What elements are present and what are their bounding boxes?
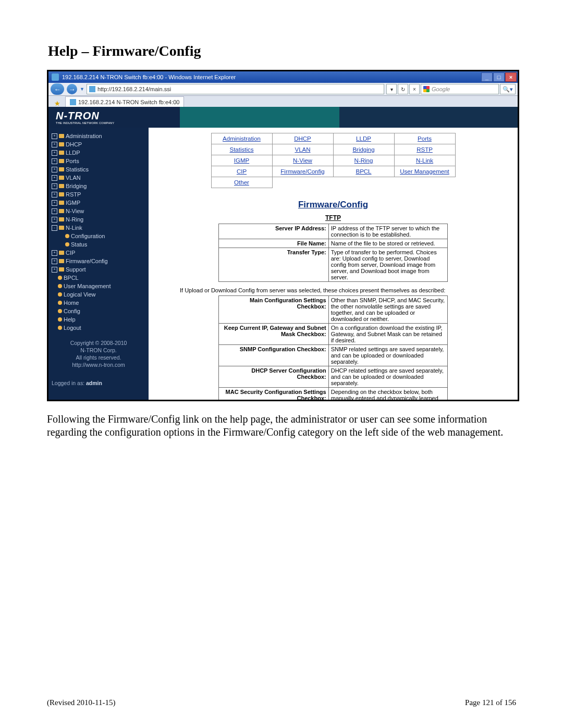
sidebar-item[interactable]: +N-View (52, 207, 145, 215)
expand-icon[interactable]: + (52, 250, 57, 256)
help-link[interactable]: RSTP (394, 144, 455, 155)
folder-icon (59, 192, 64, 196)
forward-button[interactable]: → (67, 84, 77, 94)
sidebar-item-label: N-Link (66, 224, 82, 232)
sidebar-item[interactable]: Help (52, 315, 145, 324)
expand-icon[interactable]: + (52, 142, 57, 147)
body-paragraph: Following the Firmware/Config link on th… (47, 413, 516, 439)
sidebar-footer: Copyright © 2008-2010N-TRON Corp.All rig… (52, 339, 145, 368)
refresh-button[interactable]: ↻ (398, 84, 408, 94)
folder-icon (59, 167, 64, 171)
page-icon (70, 99, 76, 105)
folder-icon (59, 151, 64, 155)
sidebar-item[interactable]: +DHCP (52, 140, 145, 149)
ntron-link[interactable]: http://www.n-tron.com (72, 362, 125, 368)
compat-button[interactable]: ▾ (386, 84, 397, 94)
sidebar-item[interactable]: -N-Link (52, 224, 145, 232)
field-desc: IP address of the TFTP server to which t… (328, 224, 447, 239)
expand-icon[interactable]: + (52, 258, 57, 264)
choices-table: Main Configuration Settings Checkbox:Oth… (218, 295, 448, 400)
expand-icon[interactable]: + (52, 150, 57, 156)
google-icon (423, 86, 430, 92)
folder-icon (59, 259, 64, 263)
page-number: Page 121 of 156 (465, 698, 516, 707)
close-button[interactable]: × (505, 72, 517, 82)
help-link[interactable]: Bridging (333, 144, 394, 155)
sidebar-tree: +Administration+DHCP+LLDP+Ports+Statisti… (48, 128, 149, 400)
sidebar-item[interactable]: +CIP (52, 249, 145, 257)
expand-icon[interactable]: + (52, 200, 57, 206)
url-text: http://192.168.2.214/main.ssi (97, 86, 171, 92)
sidebar-item[interactable]: BPCL (52, 274, 145, 282)
help-link[interactable]: N-View (272, 155, 333, 166)
expand-icon[interactable]: + (52, 158, 57, 164)
sidebar-item[interactable]: User Management (52, 282, 145, 290)
search-go-button[interactable]: 🔍▾ (500, 84, 516, 94)
window-title: 192.168.2.214 N-TRON Switch fb:e4:00 - W… (62, 74, 236, 80)
sidebar-item[interactable]: Status (52, 240, 145, 249)
help-link[interactable]: BPCL (333, 166, 394, 177)
expand-icon[interactable]: + (52, 267, 57, 273)
help-link[interactable]: Other (211, 177, 272, 188)
folder-icon (59, 209, 64, 213)
sidebar-item[interactable]: +Support (52, 265, 145, 274)
help-link[interactable]: DHCP (272, 133, 333, 144)
field-label: Main Configuration Settings Checkbox: (219, 296, 329, 324)
minimize-button[interactable]: _ (481, 72, 493, 82)
ntron-logo: N-TRON (56, 110, 115, 122)
folder-icon (59, 134, 64, 138)
favorites-icon[interactable]: ★ (52, 100, 63, 107)
sidebar-item[interactable]: +LLDP (52, 149, 145, 157)
sidebar-item[interactable]: +Statistics (52, 165, 145, 174)
sidebar-item-label: Bridging (66, 182, 87, 190)
expand-icon[interactable]: + (52, 133, 57, 139)
logged-in-status: Logged in as: admin (52, 379, 145, 387)
help-link[interactable]: N-Link (394, 155, 455, 166)
expand-icon[interactable]: + (52, 208, 57, 214)
sidebar-item[interactable]: +Firmware/Config (52, 257, 145, 265)
sidebar-item[interactable]: +VLAN (52, 174, 145, 182)
expand-icon[interactable]: + (52, 192, 57, 198)
search-box[interactable]: Google (421, 84, 499, 94)
expand-icon[interactable]: + (52, 175, 57, 181)
sidebar-item[interactable]: +RSTP (52, 190, 145, 199)
sidebar-item[interactable]: Logout (52, 324, 145, 332)
help-link[interactable]: VLAN (272, 144, 333, 155)
help-link[interactable]: Administration (211, 133, 272, 144)
sidebar-item[interactable]: Home (52, 299, 145, 307)
screenshot: 192.168.2.214 N-TRON Switch fb:e4:00 - W… (47, 70, 519, 401)
sidebar-item[interactable]: +IGMP (52, 199, 145, 207)
help-link[interactable]: LLDP (333, 133, 394, 144)
help-link[interactable]: CIP (211, 166, 272, 177)
page-icon (58, 276, 62, 280)
expand-icon[interactable]: + (52, 183, 57, 189)
help-link[interactable]: N-Ring (333, 155, 394, 166)
help-link[interactable]: User Management (394, 166, 455, 177)
sidebar-item[interactable]: +Ports (52, 157, 145, 165)
url-input[interactable]: http://192.168.2.214/main.ssi (87, 84, 384, 94)
help-link[interactable]: Ports (394, 133, 455, 144)
section-heading: Firmware/Config (180, 200, 486, 210)
expand-icon[interactable]: + (52, 217, 57, 223)
expand-icon[interactable]: + (52, 167, 57, 172)
stop-button[interactable]: × (409, 84, 420, 94)
sidebar-item[interactable]: Logical View (52, 290, 145, 299)
sidebar-item[interactable]: +N-Ring (52, 215, 145, 224)
maximize-button[interactable]: □ (493, 72, 505, 82)
sidebar-item[interactable]: Config (52, 307, 145, 315)
field-desc: Type of transfer to be performed. Choice… (328, 248, 447, 282)
choices-note: If Upload or Download Config from server… (180, 287, 486, 293)
sidebar-item[interactable]: +Administration (52, 132, 145, 140)
help-link[interactable]: Statistics (211, 144, 272, 155)
dropdown-icon[interactable]: ▼ (80, 87, 84, 92)
tab-bar: ★ 192.168.2.214 N-TRON Switch fb:e4:00 (48, 96, 518, 108)
browser-tab[interactable]: 192.168.2.214 N-TRON Switch fb:e4:00 (65, 96, 184, 107)
sidebar-item[interactable]: Configuration (52, 232, 145, 240)
back-button[interactable]: ← (51, 83, 64, 95)
expand-icon[interactable]: - (52, 225, 57, 231)
tftp-heading: TFTP (180, 214, 486, 221)
sidebar-item[interactable]: +Bridging (52, 182, 145, 190)
help-link[interactable]: Firmware/Config (272, 166, 333, 177)
help-link[interactable]: IGMP (211, 155, 272, 166)
field-label: File Name: (219, 239, 329, 248)
